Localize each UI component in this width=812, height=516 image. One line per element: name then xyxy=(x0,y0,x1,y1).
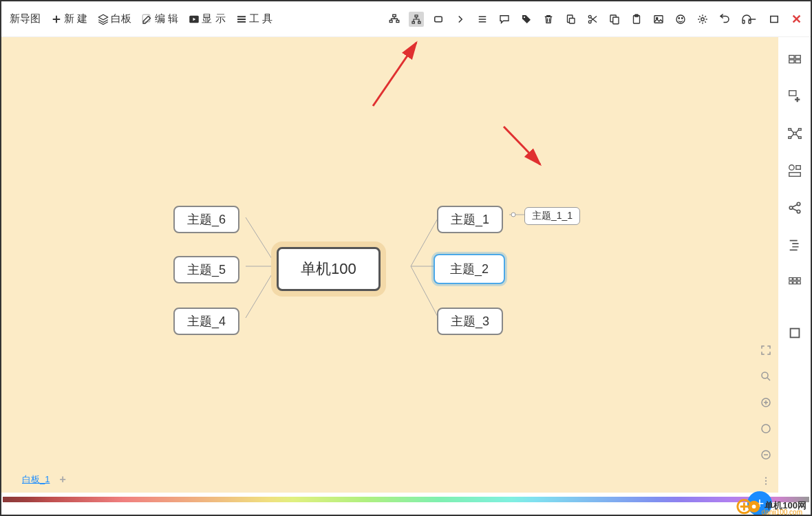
menu-icon xyxy=(235,13,248,25)
svg-rect-4 xyxy=(396,20,399,22)
svg-rect-26 xyxy=(771,16,778,22)
menu-display[interactable]: 显 示 xyxy=(185,10,228,28)
chat-icon[interactable] xyxy=(497,12,512,27)
node-left-2[interactable]: 主题_4 xyxy=(173,308,239,335)
emoji-icon[interactable] xyxy=(673,12,688,27)
layout-h-icon[interactable] xyxy=(387,12,402,27)
zoom-in-icon[interactable] xyxy=(760,396,772,409)
svg-rect-35 xyxy=(793,132,796,135)
node-left-1[interactable]: 主题_5 xyxy=(173,256,239,283)
menu-tools-label: 工 具 xyxy=(249,12,273,25)
menu-tools[interactable]: 工 具 xyxy=(233,10,275,28)
node-right-1-selected[interactable]: 主题_2 xyxy=(434,254,505,284)
side-outline-icon[interactable] xyxy=(787,237,803,253)
tab-whiteboard-1[interactable]: 白板_1 xyxy=(22,473,50,486)
window-controls: ✕ xyxy=(745,12,804,27)
maximize-icon[interactable] xyxy=(767,12,782,27)
fullscreen-icon[interactable] xyxy=(760,344,772,356)
search-icon[interactable] xyxy=(760,370,772,383)
chevron-right-icon[interactable] xyxy=(453,12,468,27)
svg-rect-2 xyxy=(393,14,396,17)
clipboard-icon[interactable] xyxy=(629,12,644,27)
svg-point-21 xyxy=(679,17,680,19)
image-icon[interactable] xyxy=(651,12,666,27)
side-branch-icon[interactable] xyxy=(787,125,803,142)
svg-point-9 xyxy=(524,16,525,17)
close-icon[interactable]: ✕ xyxy=(789,12,804,27)
whiteboard-tabs: 白板_1 + xyxy=(22,473,66,486)
svg-point-55 xyxy=(762,424,770,433)
center-node[interactable]: 单机100 xyxy=(277,247,381,291)
gear-icon[interactable] xyxy=(695,12,710,27)
zoom-reset-icon[interactable] xyxy=(760,422,772,435)
svg-rect-37 xyxy=(798,129,801,131)
svg-point-57 xyxy=(765,477,767,478)
svg-rect-36 xyxy=(788,129,791,131)
layers-icon xyxy=(97,13,109,25)
svg-rect-31 xyxy=(795,56,800,59)
zoom-tools xyxy=(760,344,772,487)
trash-icon[interactable] xyxy=(541,12,556,27)
svg-rect-18 xyxy=(654,15,663,23)
copy-icon[interactable] xyxy=(607,12,622,27)
svg-rect-52 xyxy=(790,329,799,338)
color-strip[interactable] xyxy=(3,497,809,502)
menu-whiteboard-label: 白板 xyxy=(111,12,131,25)
mindmap-canvas[interactable]: 单机100 主题_6 主题_5 主题_4 主题_1 主题_2 主题_3 主题_1… xyxy=(1,37,778,493)
undo-icon[interactable] xyxy=(717,12,732,27)
layout-v-icon[interactable] xyxy=(409,12,424,27)
node-right-2[interactable]: 主题_3 xyxy=(437,308,503,335)
node-right-0[interactable]: 主题_1 xyxy=(437,206,503,233)
menu-display-label: 显 示 xyxy=(202,12,225,25)
more-icon[interactable] xyxy=(760,475,772,487)
svg-rect-5 xyxy=(415,15,418,17)
square-icon[interactable] xyxy=(431,12,446,27)
svg-rect-11 xyxy=(570,18,575,23)
edit-icon xyxy=(141,13,153,25)
svg-rect-51 xyxy=(797,281,800,284)
svg-rect-8 xyxy=(435,17,442,22)
svg-point-58 xyxy=(765,480,767,482)
side-layout-icon[interactable] xyxy=(787,51,803,67)
side-plus-icon[interactable] xyxy=(787,88,803,105)
watermark-url: danji100.com xyxy=(762,508,802,516)
menu-edit-label: 编 辑 xyxy=(155,12,178,25)
zoom-out-icon[interactable] xyxy=(760,449,772,461)
side-square-icon[interactable] xyxy=(787,325,803,341)
svg-point-27 xyxy=(511,213,515,217)
side-tiles-icon[interactable] xyxy=(787,274,803,290)
menu-whiteboard[interactable]: 白板 xyxy=(94,10,134,28)
svg-point-22 xyxy=(682,17,683,19)
svg-rect-33 xyxy=(795,60,800,63)
watermark: 单机100网 danji100.com xyxy=(736,497,806,515)
right-sidebar xyxy=(778,37,811,493)
svg-rect-30 xyxy=(789,56,793,59)
svg-rect-39 xyxy=(798,137,801,139)
svg-rect-48 xyxy=(797,278,800,281)
svg-point-40 xyxy=(789,165,793,170)
svg-rect-46 xyxy=(789,278,792,281)
svg-point-13 xyxy=(588,20,591,23)
side-chart-icon[interactable] xyxy=(787,162,803,179)
svg-rect-6 xyxy=(412,21,414,23)
svg-rect-41 xyxy=(795,166,800,170)
side-share-icon[interactable] xyxy=(787,200,803,216)
svg-rect-47 xyxy=(793,278,796,281)
svg-point-62 xyxy=(752,504,756,508)
svg-rect-7 xyxy=(418,21,420,23)
tag-icon[interactable] xyxy=(519,12,534,27)
svg-rect-15 xyxy=(613,17,619,24)
app-title[interactable]: 新导图 xyxy=(7,10,43,28)
menu-new[interactable]: 新 建 xyxy=(47,10,90,28)
node-left-0[interactable]: 主题_6 xyxy=(173,206,239,233)
svg-point-23 xyxy=(701,17,705,21)
add-tab-button[interactable]: + xyxy=(59,473,65,486)
list-icon[interactable] xyxy=(475,12,490,27)
minimize-icon[interactable] xyxy=(745,12,760,27)
scissors-icon[interactable] xyxy=(585,12,600,27)
paste-alt-icon[interactable] xyxy=(563,12,578,27)
plus-icon xyxy=(50,13,63,25)
sub-node-0[interactable]: 主题_1_1 xyxy=(524,207,580,225)
menu-edit[interactable]: 编 辑 xyxy=(138,10,181,28)
toolbar-center xyxy=(387,12,754,27)
